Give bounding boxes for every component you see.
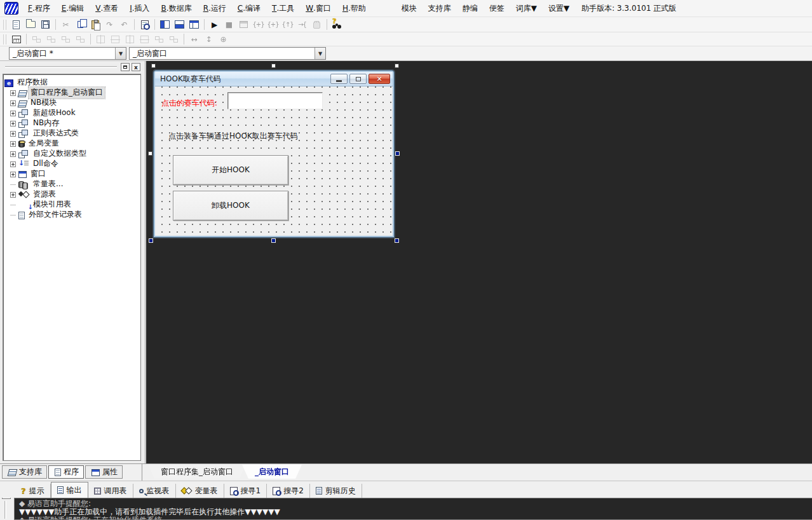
selection-handle-mid-left[interactable] [148,151,152,156]
panel-drag-handle[interactable] [5,66,117,68]
chevron-down-icon[interactable]: ▼ [315,48,325,59]
redo-button[interactable]: ↷ [102,18,117,31]
document-tab[interactable]: _启动窗口 [242,465,302,479]
align-left-button[interactable] [29,32,44,46]
plugin-menu-item[interactable]: 静编 [457,1,484,17]
tree-item[interactable]: 全局变量 [3,139,140,149]
tree-item[interactable]: 资源表 [3,189,140,200]
center-horizontal-button[interactable] [93,32,108,46]
menu-item-v[interactable]: V.查看 [90,1,124,17]
tree-item[interactable]: 外部文件记录表 [3,210,140,220]
expand-plus-icon[interactable] [10,111,16,116]
unload-hook-button[interactable]: 卸载HOOK [173,191,288,221]
plugin-menu-item[interactable]: 设置▼ [543,1,575,17]
paste-button[interactable] [88,18,102,31]
stop-button[interactable]: ■ [222,18,236,31]
output-tab-提示[interactable]: ?提示 [15,484,51,498]
window-layout-2-button[interactable] [172,18,187,31]
step-out-button[interactable]: {↑} [280,18,295,31]
selection-handle-bottom-center[interactable] [271,238,276,243]
form-designer-window[interactable]: HOOK取赛车代码 ✕ 点击的赛车代码: 点击装备车辆通过HOOK取出赛车代码 … [154,71,394,237]
selection-handle-mid-right[interactable] [395,151,400,156]
window-layout-3-button[interactable] [187,18,201,31]
race-code-input[interactable] [227,92,323,109]
step-over-button[interactable]: {+} [266,18,280,31]
copy-button[interactable] [73,18,88,31]
output-tab-搜寻1[interactable]: 搜寻1 [224,484,267,498]
tree-item[interactable]: NB模块 [3,98,140,108]
expand-plus-icon[interactable] [10,151,16,157]
tree-item[interactable]: 新超级Hook [3,108,140,118]
plugin-menu-item[interactable]: 支持库 [423,1,457,17]
space-vertical-button[interactable] [166,32,181,46]
output-tab-调用表[interactable]: 调用表 [88,484,133,498]
menu-item-h[interactable]: H.帮助 [337,1,372,17]
step-into-button[interactable]: {+} [251,18,266,31]
debug-pane-button[interactable] [236,18,251,31]
plugin-menu-item[interactable]: 词库▼ [510,1,543,17]
start-hook-button[interactable]: 开始HOOK [173,155,288,185]
window-selector-combo[interactable]: _启动窗口 * ▼ [9,47,126,60]
save-file-button[interactable] [38,18,53,31]
align-top-button[interactable] [58,32,73,46]
output-tab-搜寻2[interactable]: 搜寻2 [267,484,310,498]
window-layout-1-button[interactable] [158,18,172,31]
tree-item[interactable]: 窗口 [3,169,140,179]
tree-item[interactable]: 模块引用表 [3,200,140,210]
form-minimize-button[interactable] [330,74,348,84]
find-in-files-button[interactable] [137,18,152,31]
expand-plus-icon[interactable] [10,141,16,147]
align-middle-vertical-button[interactable] [137,32,152,46]
align-right-button[interactable] [44,32,58,46]
open-file-button[interactable] [24,18,38,31]
panel-close-button[interactable]: x [132,63,140,71]
same-height-button[interactable]: ↕ [201,32,216,46]
expand-plus-icon[interactable] [10,192,16,198]
align-bottom-button[interactable] [73,32,88,46]
document-tab[interactable]: 窗口程序集_启动窗口 [148,465,246,479]
output-tab-变量表[interactable]: 变量表 [176,484,224,498]
form-close-button[interactable]: ✕ [369,74,390,84]
expand-plus-icon[interactable] [10,161,16,167]
panel-maximize-button[interactable] [121,63,130,71]
tree-item[interactable]: Dll命令 [3,159,140,169]
tree-root-item[interactable]: e程序数据 [3,78,140,88]
selection-handle-top-left[interactable] [151,64,156,68]
find-command-button[interactable] [330,18,344,31]
space-horizontal-button[interactable] [152,32,166,46]
toolbar-grip-2[interactable] [3,34,6,44]
form-client-area[interactable]: 点击的赛车代码: 点击装备车辆通过HOOK取出赛车代码 开始HOOK 卸载HOO… [155,86,393,236]
expand-plus-icon[interactable] [10,131,16,137]
plugin-menu-item[interactable]: 便签 [484,1,510,17]
form-maximize-button[interactable] [349,74,367,84]
menu-item-c[interactable]: C.编译 [232,1,266,17]
same-size-button[interactable]: ⊕ [216,32,231,46]
output-tab-监视表[interactable]: 监视表 [133,484,176,498]
tree-item[interactable]: 正则表达式类 [3,128,140,139]
run-to-cursor-button[interactable]: →{ [295,18,309,31]
new-file-button[interactable] [9,18,24,31]
tree-item[interactable]: 自定义数据类型 [3,149,140,159]
form-grid-button[interactable] [9,32,24,46]
menu-item-f[interactable]: F.程序 [22,1,56,17]
selection-handle-top-center[interactable] [271,64,276,68]
menu-item-e[interactable]: E.编辑 [56,1,90,17]
menu-item-i[interactable]: I.插入 [124,1,155,17]
output-tab-剪辑历史[interactable]: 剪辑历史 [310,484,362,498]
same-width-button[interactable]: ↔ [187,32,201,46]
expand-plus-icon[interactable] [10,90,16,96]
tree-item[interactable]: 窗口程序集_启动窗口 [3,88,140,98]
output-log[interactable]: ◆ 易语言助手提醒您:▼▼▼▼▼▼助手正在加载中，请看到加载插件完毕后在执行其他… [14,498,812,520]
panel-tab-程序[interactable]: 程序 [48,465,84,479]
info-label[interactable]: 点击装备车辆通过HOOK取出赛车代码 [168,131,298,142]
menu-item-r[interactable]: R.运行 [198,1,232,17]
tree-item[interactable]: 常量表... [3,179,140,189]
pause-button[interactable] [309,18,324,31]
menu-item-b[interactable]: B.数据库 [156,1,198,17]
form-title-bar[interactable]: HOOK取赛车代码 ✕ [155,72,393,86]
toolbar-grip[interactable] [3,20,6,30]
output-drag-handle[interactable] [4,501,6,519]
align-middle-horizontal-button[interactable] [123,32,137,46]
member-selector-combo[interactable]: _启动窗口 ▼ [129,47,326,60]
tree-item[interactable]: NB内存 [3,118,140,128]
